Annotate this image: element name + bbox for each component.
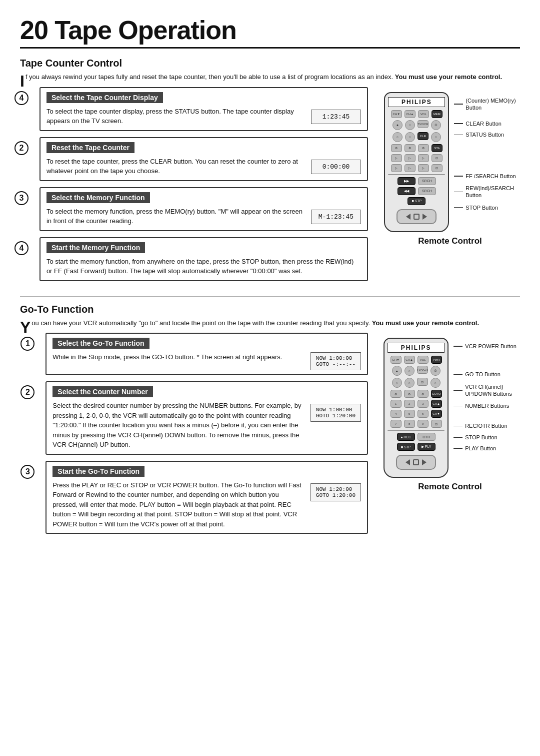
step-select-tape-counter-display: 4 Select the Tape Counter Display To sel… (26, 87, 368, 131)
remote-2: PHILIPS CH▼ CH▲ VOL PWR ● ○ TV/VCR ⊙ (384, 338, 448, 478)
remote-row-rew: ◀◀ SRCH (388, 187, 445, 195)
goto-display-3: NOW 1:20:00 GOTO 1:20:00 (310, 483, 361, 501)
step-start-memory-function: 4 Start the Memory Function To start the… (26, 237, 368, 281)
step-header-start-goto: Start the Go-To Function (52, 466, 144, 477)
step-start-goto: 3 Start the Go-To Function Press the PLA… (32, 461, 368, 534)
rbtn-r4a: ⚙ (391, 144, 402, 152)
tape-counter-steps: 4 Select the Tape Counter Display To sel… (26, 87, 368, 287)
drop-cap-y: Y (20, 319, 30, 335)
goto-step2-text: Select the desired counter number by pre… (52, 401, 304, 450)
step-circle-4a: 4 (14, 91, 28, 105)
r2-dot1: ● (392, 366, 402, 376)
remote2-row-4: ⚙ ⚙ ⚙ GOTO (388, 390, 444, 398)
step-text-3: To select the memory function, press the… (46, 207, 305, 226)
rbtn-memo: MEM (432, 110, 442, 118)
step-circle-2a: 2 (14, 141, 28, 155)
remote-1: PHILIPS CH▼ CH▲ VOL MEM ● ○ TV/VCR ⊙ (384, 92, 449, 232)
step-text-2: To reset the tape counter, press the CLE… (46, 157, 305, 176)
r2-r4a: ⚙ (390, 390, 402, 398)
tape-counter-intro: If you always rewind your tapes fully an… (20, 72, 520, 82)
remote-row-6: ▷ ▷ ▷ ⊡ (388, 164, 445, 172)
step-header-start-memory: Start the Memory Function (46, 242, 145, 253)
r2-chup: CH▲ (431, 400, 442, 408)
step-circle-3a: 3 (14, 191, 28, 205)
remote-brand-1: PHILIPS (388, 97, 445, 107)
rbtn-r6b: ▷ (404, 164, 416, 172)
r2-r5c: 3 (418, 400, 428, 408)
remote2-bottom (396, 455, 436, 470)
remote-wrap-1: PHILIPS CH▼ CH▲ VOL MEM ● ○ TV/VCR ⊙ (384, 92, 516, 232)
step-reset-tape-counter: 2 Reset the Tape Counter To reset the ta… (26, 137, 368, 181)
r2-r7b: 8 (404, 420, 415, 428)
remote2-row-2: ● ○ TV/VCR ⊙ (388, 366, 444, 376)
step-display-1: 1:23:45 (311, 110, 361, 124)
play-triangle (422, 214, 427, 220)
tape-counter-heading: Tape Counter Control (20, 58, 520, 69)
label-status: STATUS Button (454, 131, 516, 138)
rbtn-ch-up: CH▲ (404, 110, 416, 118)
r2-r3a: ○ (392, 378, 402, 388)
r2-r3c: ⊡ (417, 378, 428, 386)
rbtn-r3c: ○ (431, 132, 441, 142)
remote-bottom-1 (396, 209, 436, 224)
r2-r6a: 4 (390, 410, 402, 418)
remote2-row-stop: ■ STP ▶ PLY (388, 443, 444, 451)
label-ff: FF /SEARCH Button (454, 173, 516, 180)
page-title-text (48, 16, 54, 45)
rbtn-vol: VOL (418, 110, 429, 118)
step-header-select-memory: Select the Memory Function (46, 192, 150, 203)
rbtn-r5c: ▷ (418, 154, 429, 162)
page-title: 20 Tape Operation (20, 15, 520, 49)
r2-goto: GOTO (431, 390, 442, 398)
rbtn-r5b: ▷ (404, 154, 416, 162)
r2-stop: ■ STP (397, 443, 415, 451)
drop-cap-i: I (20, 73, 24, 89)
rbtn-search2: SRCH (418, 187, 436, 195)
section-divider (20, 296, 520, 297)
r2-chdown: CH▼ (431, 410, 442, 418)
stop-square-2 (413, 459, 419, 465)
goto-steps: 1 Select the Go-To Function While in the… (32, 333, 368, 540)
tape-counter-section: Tape Counter Control If you always rewin… (20, 58, 520, 287)
rbtn-ch-down: CH▼ (391, 110, 402, 118)
r2-r4c: ⚙ (418, 390, 428, 398)
remote-control-2-col: PHILIPS CH▼ CH▲ VOL PWR ● ○ TV/VCR ⊙ (380, 333, 520, 540)
remote-row-1: CH▼ CH▲ VOL MEM (388, 110, 445, 118)
goto-display-2: NOW 1:00:00 GOTO 1:20:00 (310, 404, 361, 422)
rbtn-r4b: ⚙ (404, 144, 416, 152)
r2-r7c: 9 (418, 420, 428, 428)
rbtn-r3b: ○ (405, 132, 415, 142)
remote-labels-1: (Counter) MEMO(ry)Button CLEAR Button ST… (454, 97, 516, 211)
remote-row-stop: ■ STP (388, 197, 445, 205)
rbtn-r5d: ⊡ (432, 154, 442, 162)
rbtn-clear: CLR (418, 132, 428, 140)
r2-r3b: ○ (404, 378, 414, 388)
rbtn-r3a: ○ (392, 132, 402, 142)
step-circle-4b: 4 (14, 241, 28, 255)
r2-r5b: 2 (404, 400, 415, 408)
remote-label-1: Remote Control (418, 236, 482, 246)
r2-dot2: ○ (404, 366, 414, 376)
rbtn-dot1: ● (392, 120, 402, 130)
label-ch-updown: VCR CH(annel)UP/DOWN Buttons (454, 383, 516, 398)
label-rec-otr: REC/OTR Button (454, 422, 516, 429)
label-number-btns: NUMBER Buttons (454, 402, 516, 409)
rbtn-r6d: ⊡ (432, 164, 442, 172)
r2-r7a: 7 (390, 420, 402, 428)
rbtn-status: STA (432, 144, 442, 152)
step-circle-1b: 1 (20, 337, 34, 351)
step-select-memory-function: 3 Select the Memory Function To select t… (26, 187, 368, 231)
rbtn-r6a: ▷ (391, 164, 402, 172)
rbtn-rew: ◀◀ (398, 187, 416, 195)
rewind-triangle (406, 214, 410, 220)
label-stop-2: STOP Button (454, 434, 516, 441)
remote2-row-5: 1 2 3 CH▲ (388, 400, 444, 408)
r2-r7d: ⊡ (431, 420, 442, 428)
step-select-goto: 1 Select the Go-To Function While in the… (32, 333, 368, 375)
tape-counter-content: 4 Select the Tape Counter Display To sel… (26, 87, 520, 287)
goto-section: Go-To Function You can have your VCR aut… (20, 304, 520, 540)
r2-power: PWR (431, 356, 442, 364)
remote2-sep (388, 430, 444, 431)
remote-wrap-2: PHILIPS CH▼ CH▲ VOL PWR ● ○ TV/VCR ⊙ (384, 338, 516, 478)
remote-label-2: Remote Control (418, 482, 482, 492)
